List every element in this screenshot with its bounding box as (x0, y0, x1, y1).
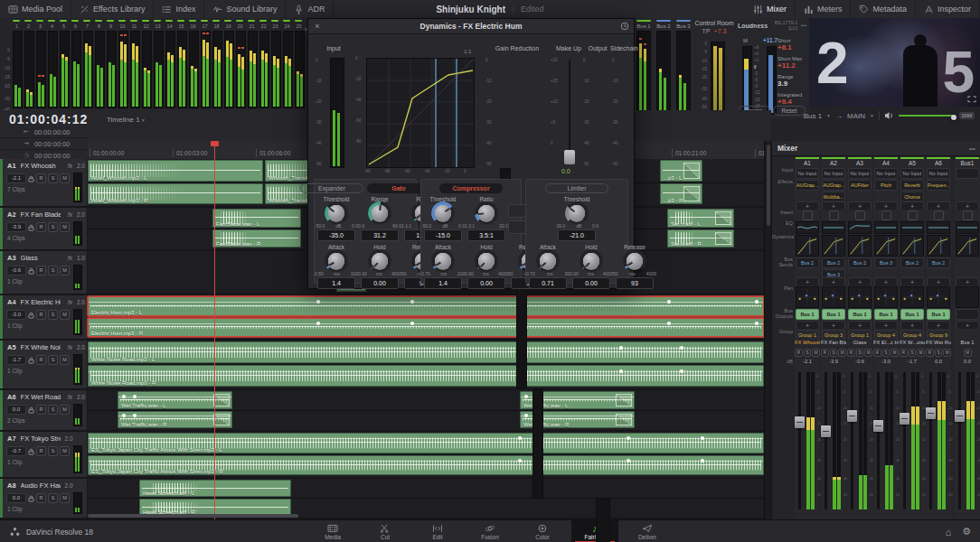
gear-icon[interactable]: ⚙ (962, 526, 971, 537)
timeline-selector[interactable]: Timeline 1 ▼ (107, 116, 146, 124)
toolbar-button-adr[interactable]: ADR (286, 0, 334, 18)
track-m-button[interactable]: M (60, 446, 70, 456)
history-icon[interactable] (616, 22, 634, 31)
audio-clip[interactable]: White Noise Road.mp3 - L (88, 341, 764, 363)
eq-thumbnail[interactable] (796, 221, 819, 234)
knob-control[interactable] (371, 204, 389, 222)
audio-clip[interactable]: Hotel_Whoosh.mp3 - R (88, 183, 263, 205)
strip-s-button[interactable]: S (909, 349, 917, 357)
bus-send-slot[interactable]: Bus 2 (848, 257, 872, 268)
knob-value[interactable]: 1.4 (424, 277, 462, 289)
page-tab-edit[interactable]: Edit (414, 520, 461, 542)
track-m-button[interactable]: M (60, 173, 70, 183)
automation-point[interactable] (133, 414, 137, 417)
strip-r-button[interactable]: R (795, 349, 803, 357)
knob-value[interactable]: -21.0 (558, 229, 596, 241)
insert-toggle[interactable] (908, 210, 918, 220)
automation-point[interactable] (122, 414, 126, 417)
track-r-button[interactable]: R (36, 355, 46, 365)
input-select[interactable]: No Input (848, 168, 872, 179)
track-header-a3[interactable]: A3Glassfx1.0-0.6RSM1 Clip (0, 251, 88, 294)
input-select[interactable]: No Input (874, 168, 898, 179)
fader-handle[interactable] (873, 420, 883, 432)
input-select[interactable]: No Input (900, 168, 924, 179)
strip-r-button[interactable]: R (847, 349, 855, 357)
mixer-menu-button[interactable]: ••• (969, 145, 975, 152)
bus-send-slot[interactable]: Bus 2 (927, 257, 950, 268)
compressor-tab-compressor[interactable]: Compressor (439, 183, 503, 193)
track-r-button[interactable]: R (36, 493, 46, 503)
pan-control[interactable] (900, 286, 924, 308)
bus-output-select[interactable]: Bus 1 (874, 309, 898, 320)
timeline-horizontal-scrollbar[interactable] (88, 514, 298, 518)
dynamics-thumbnail[interactable] (900, 235, 924, 257)
knob-control[interactable] (539, 252, 557, 270)
automation-point[interactable] (316, 322, 320, 325)
page-tab-fusion[interactable]: Fusion (466, 520, 514, 542)
fade-handle[interactable] (683, 163, 700, 179)
strip-r-button[interactable]: R (873, 349, 881, 357)
fade-handle[interactable] (683, 186, 700, 202)
automation-point[interactable] (667, 322, 671, 325)
track-header-a7[interactable]: A7FX Tokyo Street2.0-0.7RSM1 Clip (0, 432, 88, 477)
track-gain-value[interactable]: -2.1 (6, 173, 26, 183)
track-s-button[interactable]: S (48, 222, 58, 232)
automation-point[interactable] (667, 300, 671, 304)
audio-clip[interactable]: ES_Tokyo Japan City Traffic Atmos With S… (88, 455, 764, 476)
strip-r-button[interactable]: R (926, 349, 934, 357)
track-gain-value[interactable]: -1.7 (6, 355, 26, 365)
track-r-button[interactable]: R (36, 310, 46, 320)
strip-s-button[interactable]: S (830, 349, 838, 357)
fader-handle[interactable] (847, 410, 857, 422)
strip-m-button[interactable]: M (864, 349, 872, 357)
track-s-button[interactable]: S (48, 310, 58, 320)
strip-r-button[interactable]: R (821, 349, 829, 357)
eq-thumbnail[interactable] (927, 221, 950, 234)
audio-clip[interactable]: Sw...t.aiff - L (667, 209, 734, 228)
audio-clip[interactable]: ES_Tokyo Japan City Traffic Atmos With S… (88, 433, 764, 453)
lock-icon[interactable] (28, 224, 34, 231)
knob-control[interactable] (327, 204, 345, 222)
insert-toggle[interactable] (803, 210, 813, 220)
track-r-button[interactable]: R (36, 446, 46, 456)
automation-point[interactable] (316, 300, 320, 304)
track-gain-value[interactable]: -3.9 (6, 222, 26, 232)
automation-point[interactable] (701, 459, 704, 463)
automation-point[interactable] (524, 395, 528, 398)
panel-toggle-mixer[interactable]: Mixer (745, 0, 796, 18)
fade-handle[interactable] (213, 394, 230, 406)
automation-point[interactable] (524, 414, 528, 417)
audio-clip[interactable]: ...p3 - L (660, 160, 702, 182)
input-select[interactable]: No Input (796, 168, 819, 179)
knob-control[interactable] (568, 204, 586, 222)
dynamics-thumbnail[interactable] (822, 235, 845, 257)
strip-s-button[interactable]: S (804, 349, 812, 357)
lock-icon[interactable] (28, 267, 34, 275)
limiter-tab-limiter[interactable]: Limiter (545, 183, 608, 193)
knob-value[interactable]: 0.00 (467, 277, 505, 289)
automation-point[interactable] (133, 395, 137, 398)
knob-value[interactable]: -35.0 (317, 229, 355, 241)
track-s-button[interactable]: S (48, 405, 58, 415)
knob-value[interactable]: 0.71 (529, 277, 567, 289)
fade-handle[interactable] (616, 394, 632, 406)
monitor-dest-select[interactable]: MAIN (847, 112, 865, 120)
lock-icon[interactable] (28, 406, 34, 414)
strip-s-button[interactable]: S (856, 349, 864, 357)
knob-control[interactable] (327, 252, 345, 270)
pan-control[interactable] (796, 286, 819, 308)
knob-value[interactable]: 0.00 (361, 277, 399, 289)
insert-toggle[interactable] (829, 210, 839, 220)
effect-slot[interactable]: AUGrap... (796, 180, 819, 191)
audio-clip[interactable]: Electric Hum.mp3 - R (88, 318, 764, 338)
knob-control[interactable] (434, 204, 452, 222)
fade-handle[interactable] (715, 232, 731, 246)
audio-clip[interactable]: Sw...t.aiff - R (667, 229, 734, 248)
track-header-a6[interactable]: A6FX Wet Roadfx2.00.0RSM2 Clips (0, 390, 88, 430)
eq-thumbnail[interactable] (956, 221, 979, 234)
bus-output-select[interactable]: Bus 1 (822, 309, 845, 320)
gate-tab-expander[interactable]: Expander (300, 183, 363, 193)
strip-m-button[interactable]: M (943, 349, 951, 357)
pan-control[interactable] (848, 286, 872, 308)
bus-output-select[interactable]: Bus 1 (927, 309, 950, 320)
